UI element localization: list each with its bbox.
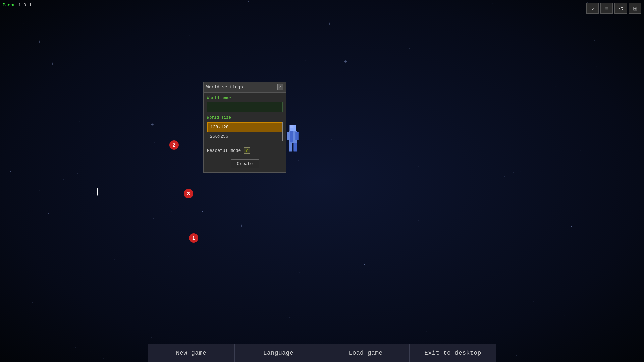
star: ● <box>12 266 13 267</box>
background: +++·++·++·······●●●●●●●●●●●●●●●●●●●●●●●●… <box>0 0 644 362</box>
star: ● <box>114 259 115 260</box>
peaceful-checkbox[interactable]: ✓ <box>244 147 250 154</box>
star: ● <box>426 331 427 333</box>
star: ● <box>561 98 561 99</box>
star: ● <box>606 37 606 38</box>
star: ● <box>492 3 493 4</box>
star: + <box>456 67 460 73</box>
star: ● <box>50 38 50 39</box>
star: ● <box>594 40 595 41</box>
star: ● <box>572 60 572 61</box>
star: ● <box>495 156 495 157</box>
star: ● <box>497 113 497 114</box>
star: ● <box>223 31 223 32</box>
folder-button[interactable]: 🗁 <box>614 3 627 14</box>
star: ● <box>208 295 209 296</box>
star: ● <box>417 108 417 109</box>
exit-button[interactable]: Exit to desktop <box>409 344 496 362</box>
star: + <box>51 61 54 67</box>
star: + <box>240 223 243 229</box>
star: ● <box>73 36 73 37</box>
peaceful-label: Peaceful mode <box>207 148 241 153</box>
star: ● <box>418 166 419 167</box>
star: ● <box>615 218 616 219</box>
size-option-128[interactable]: 128x128 <box>207 122 282 132</box>
star: ● <box>408 84 409 85</box>
star: ● <box>17 235 18 236</box>
dialog-title: World settings <box>206 85 243 90</box>
star: ● <box>564 315 565 316</box>
star: ● <box>308 329 309 330</box>
star: ● <box>77 173 78 174</box>
star: ● <box>520 171 521 172</box>
star: ● <box>513 172 514 173</box>
star: ● <box>248 1 249 2</box>
star: ● <box>23 23 24 24</box>
star: · <box>570 225 573 229</box>
star: ● <box>396 42 396 43</box>
star: ● <box>596 66 597 67</box>
star: ● <box>95 264 96 265</box>
star: ● <box>556 86 556 87</box>
grid-button[interactable]: ⊞ <box>629 3 641 14</box>
world-name-label: World name <box>207 96 283 101</box>
star: ● <box>151 337 152 338</box>
star: ● <box>253 71 253 72</box>
new-game-button[interactable]: New game <box>148 344 235 362</box>
star: · <box>79 120 81 124</box>
star: ● <box>167 182 168 183</box>
top-toolbar: ♪ ≡ 🗁 ⊞ <box>586 3 641 14</box>
star: ● <box>378 209 379 210</box>
star: · <box>171 209 173 214</box>
star: ● <box>48 213 49 214</box>
star: ● <box>551 202 551 203</box>
star: ● <box>331 139 332 140</box>
star: + <box>344 59 347 65</box>
star: · <box>62 178 64 182</box>
star: ● <box>99 113 100 114</box>
star: ● <box>299 272 300 273</box>
create-button[interactable]: Create <box>231 159 259 168</box>
create-btn-row: Create <box>207 159 283 168</box>
dialog-close-button[interactable]: × <box>277 84 283 90</box>
star: ● <box>590 43 590 44</box>
language-button[interactable]: Language <box>235 344 322 362</box>
star: ● <box>168 256 169 257</box>
star: ● <box>580 150 581 152</box>
star: ● <box>298 160 299 161</box>
star: · <box>305 59 307 63</box>
star: ● <box>65 298 65 299</box>
world-name-input[interactable] <box>207 102 283 112</box>
star: · <box>201 209 204 214</box>
star: ● <box>633 146 633 147</box>
star: ● <box>39 190 40 191</box>
star: ● <box>10 171 11 172</box>
star: ● <box>299 161 299 162</box>
star: ● <box>73 144 74 145</box>
star: ● <box>358 93 359 94</box>
star: ● <box>533 301 534 302</box>
star: ● <box>474 67 475 68</box>
star: + <box>38 39 41 45</box>
star: ● <box>349 210 350 211</box>
star: ● <box>51 219 52 220</box>
world-settings-dialog: World settings × World name World size 1… <box>203 82 286 173</box>
star: ● <box>94 193 94 194</box>
version-label: Paeon 1.0.1 <box>3 3 32 8</box>
size-option-256[interactable]: 256x256 <box>207 132 282 141</box>
star: ● <box>154 142 155 143</box>
checkmark-icon: ✓ <box>246 148 248 153</box>
peaceful-mode-row: Peaceful mode ✓ <box>207 147 283 154</box>
dialog-body: World name World size 128x128 256x256 Pe… <box>204 93 286 172</box>
size-dropdown: 128x128 256x256 <box>207 122 283 141</box>
dialog-titlebar: World settings × <box>204 82 286 93</box>
menu-button[interactable]: ≡ <box>600 3 613 14</box>
music-button[interactable]: ♪ <box>586 3 599 14</box>
load-game-button[interactable]: Load game <box>322 344 409 362</box>
star: + <box>328 21 331 27</box>
star: + <box>151 122 154 128</box>
star: ● <box>418 220 419 221</box>
divider <box>207 144 283 144</box>
star: ● <box>195 321 196 322</box>
star: ● <box>189 35 190 36</box>
